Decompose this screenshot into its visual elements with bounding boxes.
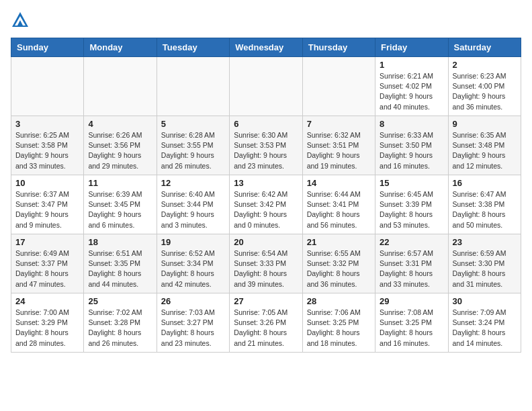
- day-info: Sunrise: 7:03 AM Sunset: 3:27 PM Dayligh…: [161, 308, 225, 349]
- calendar-week-2: 3Sunrise: 6:25 AM Sunset: 3:58 PM Daylig…: [11, 116, 521, 175]
- day-info: Sunrise: 7:02 AM Sunset: 3:28 PM Dayligh…: [88, 308, 152, 349]
- day-number: 29: [380, 296, 443, 306]
- day-number: 14: [307, 178, 371, 188]
- calendar-cell: 19Sunrise: 6:52 AM Sunset: 3:34 PM Dayli…: [157, 234, 229, 293]
- logo: [11, 11, 32, 30]
- day-info: Sunrise: 6:59 AM Sunset: 3:30 PM Dayligh…: [453, 248, 517, 289]
- calendar-header-thursday: Thursday: [302, 38, 375, 57]
- day-number: 13: [234, 178, 298, 188]
- logo-icon: [11, 11, 30, 30]
- day-number: 11: [88, 178, 152, 188]
- calendar-cell: 7Sunrise: 6:32 AM Sunset: 3:51 PM Daylig…: [302, 116, 375, 175]
- day-info: Sunrise: 6:39 AM Sunset: 3:45 PM Dayligh…: [88, 189, 152, 230]
- day-number: 22: [380, 237, 443, 247]
- day-number: 16: [453, 178, 517, 188]
- day-number: 4: [88, 119, 152, 129]
- calendar-cell: 16Sunrise: 6:47 AM Sunset: 3:38 PM Dayli…: [448, 175, 521, 234]
- day-info: Sunrise: 6:25 AM Sunset: 3:58 PM Dayligh…: [15, 130, 79, 171]
- calendar-cell: [302, 57, 375, 116]
- calendar-cell: 18Sunrise: 6:51 AM Sunset: 3:35 PM Dayli…: [84, 234, 157, 293]
- day-info: Sunrise: 6:57 AM Sunset: 3:31 PM Dayligh…: [380, 248, 443, 289]
- day-number: 10: [15, 178, 79, 188]
- calendar-cell: 4Sunrise: 6:26 AM Sunset: 3:56 PM Daylig…: [84, 116, 157, 175]
- day-info: Sunrise: 6:28 AM Sunset: 3:55 PM Dayligh…: [161, 130, 225, 171]
- day-number: 12: [161, 178, 225, 188]
- calendar-cell: 15Sunrise: 6:45 AM Sunset: 3:39 PM Dayli…: [375, 175, 448, 234]
- calendar-cell: 28Sunrise: 7:06 AM Sunset: 3:25 PM Dayli…: [302, 293, 375, 353]
- calendar-cell: 12Sunrise: 6:40 AM Sunset: 3:44 PM Dayli…: [157, 175, 229, 234]
- calendar-header-monday: Monday: [84, 38, 157, 57]
- day-info: Sunrise: 6:30 AM Sunset: 3:53 PM Dayligh…: [234, 130, 298, 171]
- page-header: [11, 11, 521, 30]
- day-number: 28: [307, 296, 371, 306]
- day-number: 17: [15, 237, 79, 247]
- calendar-week-4: 17Sunrise: 6:49 AM Sunset: 3:37 PM Dayli…: [11, 234, 521, 293]
- calendar-header-wednesday: Wednesday: [230, 38, 302, 57]
- day-number: 23: [453, 237, 517, 247]
- calendar-cell: 14Sunrise: 6:44 AM Sunset: 3:41 PM Dayli…: [302, 175, 375, 234]
- calendar-cell: 11Sunrise: 6:39 AM Sunset: 3:45 PM Dayli…: [84, 175, 157, 234]
- calendar-cell: 9Sunrise: 6:35 AM Sunset: 3:48 PM Daylig…: [448, 116, 521, 175]
- day-info: Sunrise: 6:42 AM Sunset: 3:42 PM Dayligh…: [234, 189, 298, 230]
- day-info: Sunrise: 7:05 AM Sunset: 3:26 PM Dayligh…: [234, 308, 298, 349]
- day-number: 25: [88, 296, 152, 306]
- day-info: Sunrise: 7:09 AM Sunset: 3:24 PM Dayligh…: [453, 308, 517, 349]
- calendar: SundayMondayTuesdayWednesdayThursdayFrid…: [11, 38, 521, 353]
- calendar-cell: 8Sunrise: 6:33 AM Sunset: 3:50 PM Daylig…: [375, 116, 448, 175]
- day-number: 6: [234, 119, 298, 129]
- calendar-header-tuesday: Tuesday: [157, 38, 229, 57]
- calendar-cell: 13Sunrise: 6:42 AM Sunset: 3:42 PM Dayli…: [230, 175, 302, 234]
- calendar-header-friday: Friday: [375, 38, 448, 57]
- calendar-cell: 3Sunrise: 6:25 AM Sunset: 3:58 PM Daylig…: [11, 116, 84, 175]
- day-info: Sunrise: 6:54 AM Sunset: 3:33 PM Dayligh…: [234, 248, 298, 289]
- calendar-header-row: SundayMondayTuesdayWednesdayThursdayFrid…: [11, 38, 521, 57]
- calendar-cell: 1Sunrise: 6:21 AM Sunset: 4:02 PM Daylig…: [375, 57, 448, 116]
- day-info: Sunrise: 6:35 AM Sunset: 3:48 PM Dayligh…: [453, 130, 517, 171]
- calendar-cell: 21Sunrise: 6:55 AM Sunset: 3:32 PM Dayli…: [302, 234, 375, 293]
- day-info: Sunrise: 6:37 AM Sunset: 3:47 PM Dayligh…: [15, 189, 79, 230]
- calendar-cell: [11, 57, 84, 116]
- day-info: Sunrise: 6:33 AM Sunset: 3:50 PM Dayligh…: [380, 130, 443, 171]
- calendar-cell: 2Sunrise: 6:23 AM Sunset: 4:00 PM Daylig…: [448, 57, 521, 116]
- calendar-cell: 29Sunrise: 7:08 AM Sunset: 3:25 PM Dayli…: [375, 293, 448, 353]
- day-info: Sunrise: 6:45 AM Sunset: 3:39 PM Dayligh…: [380, 189, 443, 230]
- calendar-cell: 20Sunrise: 6:54 AM Sunset: 3:33 PM Dayli…: [230, 234, 302, 293]
- day-number: 18: [88, 237, 152, 247]
- calendar-cell: 26Sunrise: 7:03 AM Sunset: 3:27 PM Dayli…: [157, 293, 229, 353]
- day-number: 21: [307, 237, 371, 247]
- calendar-cell: 25Sunrise: 7:02 AM Sunset: 3:28 PM Dayli…: [84, 293, 157, 353]
- calendar-cell: 27Sunrise: 7:05 AM Sunset: 3:26 PM Dayli…: [230, 293, 302, 353]
- day-info: Sunrise: 6:51 AM Sunset: 3:35 PM Dayligh…: [88, 248, 152, 289]
- day-number: 7: [307, 119, 371, 129]
- day-number: 15: [380, 178, 443, 188]
- calendar-cell: [230, 57, 302, 116]
- day-number: 1: [380, 60, 443, 70]
- calendar-cell: 17Sunrise: 6:49 AM Sunset: 3:37 PM Dayli…: [11, 234, 84, 293]
- calendar-cell: 30Sunrise: 7:09 AM Sunset: 3:24 PM Dayli…: [448, 293, 521, 353]
- day-number: 3: [15, 119, 79, 129]
- day-number: 30: [453, 296, 517, 306]
- day-info: Sunrise: 6:23 AM Sunset: 4:00 PM Dayligh…: [453, 71, 517, 112]
- calendar-header-saturday: Saturday: [448, 38, 521, 57]
- day-number: 27: [234, 296, 298, 306]
- day-number: 26: [161, 296, 225, 306]
- calendar-cell: 5Sunrise: 6:28 AM Sunset: 3:55 PM Daylig…: [157, 116, 229, 175]
- day-info: Sunrise: 6:40 AM Sunset: 3:44 PM Dayligh…: [161, 189, 225, 230]
- day-number: 9: [453, 119, 517, 129]
- calendar-week-5: 24Sunrise: 7:00 AM Sunset: 3:29 PM Dayli…: [11, 293, 521, 353]
- day-info: Sunrise: 6:52 AM Sunset: 3:34 PM Dayligh…: [161, 248, 225, 289]
- day-number: 24: [15, 296, 79, 306]
- day-number: 2: [453, 60, 517, 70]
- calendar-week-3: 10Sunrise: 6:37 AM Sunset: 3:47 PM Dayli…: [11, 175, 521, 234]
- calendar-week-1: 1Sunrise: 6:21 AM Sunset: 4:02 PM Daylig…: [11, 57, 521, 116]
- calendar-cell: [84, 57, 157, 116]
- day-info: Sunrise: 6:47 AM Sunset: 3:38 PM Dayligh…: [453, 189, 517, 230]
- calendar-header-sunday: Sunday: [11, 38, 84, 57]
- day-info: Sunrise: 6:21 AM Sunset: 4:02 PM Dayligh…: [380, 71, 443, 112]
- day-info: Sunrise: 6:55 AM Sunset: 3:32 PM Dayligh…: [307, 248, 371, 289]
- calendar-cell: 22Sunrise: 6:57 AM Sunset: 3:31 PM Dayli…: [375, 234, 448, 293]
- day-number: 5: [161, 119, 225, 129]
- calendar-cell: 10Sunrise: 6:37 AM Sunset: 3:47 PM Dayli…: [11, 175, 84, 234]
- calendar-cell: 24Sunrise: 7:00 AM Sunset: 3:29 PM Dayli…: [11, 293, 84, 353]
- day-number: 8: [380, 119, 443, 129]
